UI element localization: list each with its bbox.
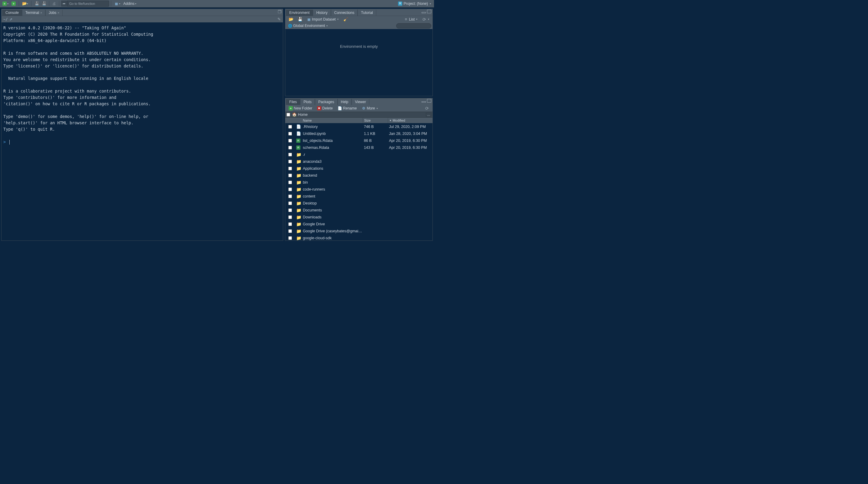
file-name[interactable]: list_objects.Rdata — [302, 139, 363, 143]
new-file-button[interactable]: +▾ — [1, 1, 10, 7]
env-scope-button[interactable]: 🌐Global Environment▾ — [286, 23, 329, 28]
file-name[interactable]: .r — [302, 152, 363, 157]
path-more-icon[interactable]: … — [426, 113, 431, 117]
home-icon[interactable]: 🏠 — [292, 113, 296, 117]
addins-button[interactable]: Addins▾ — [122, 1, 137, 7]
console-output[interactable]: R version 4.0.2 (2020-06-22) -- "Taking … — [1, 22, 283, 240]
save-all-button[interactable]: 💾 — [40, 1, 47, 7]
file-row[interactable]: 📁content — [285, 193, 433, 200]
close-icon[interactable]: × — [40, 11, 42, 15]
delete-button[interactable]: ✖Delete — [315, 106, 334, 111]
file-row[interactable]: 📁Google Drive — [285, 221, 433, 227]
file-list[interactable]: 📄.Rhistory746 BJul 29, 2020, 2:09 PM📄Unt… — [285, 123, 433, 240]
file-row[interactable]: Rschemas.Rdata143 BApr 20, 2019, 6:30 PM — [285, 144, 433, 151]
tab-console[interactable]: Console — [2, 10, 22, 16]
file-checkbox[interactable] — [288, 229, 292, 233]
open-file-button[interactable]: 📂▾ — [21, 1, 29, 7]
select-all-checkbox[interactable] — [286, 113, 290, 116]
tab-connections[interactable]: Connections — [331, 10, 358, 16]
file-row[interactable]: 📁anaconda3 — [285, 158, 433, 165]
file-row[interactable]: 📁bin — [285, 179, 433, 186]
popout-icon[interactable]: ❐ — [277, 10, 282, 14]
file-row[interactable]: 📄.Rhistory746 BJul 29, 2020, 2:09 PM — [285, 123, 433, 130]
file-checkbox[interactable] — [288, 132, 292, 136]
maximize-icon[interactable] — [427, 99, 431, 103]
file-row[interactable]: 📁Downloads — [285, 213, 433, 221]
list-view-button[interactable]: ≡List▾ — [402, 17, 419, 22]
tab-plots[interactable]: Plots — [300, 99, 315, 105]
file-name[interactable]: anaconda3 — [302, 160, 363, 164]
col-name[interactable]: Name — [302, 118, 363, 123]
tab-help[interactable]: Help — [338, 99, 352, 105]
project-menu[interactable]: R Project: (None) ▾ — [396, 1, 433, 6]
goto-arrow-icon[interactable]: ➦ — [61, 1, 67, 7]
file-checkbox[interactable] — [288, 188, 292, 191]
file-name[interactable]: Applications — [302, 166, 363, 171]
file-row[interactable]: 📁Desktop — [285, 200, 433, 207]
maximize-icon[interactable] — [427, 10, 431, 13]
file-name[interactable]: Desktop — [302, 201, 363, 205]
clear-env-button[interactable]: 🧹 — [342, 17, 349, 22]
file-checkbox[interactable] — [288, 139, 292, 142]
save-workspace-button[interactable]: 💾 — [296, 17, 304, 22]
tab-packages[interactable]: Packages — [315, 99, 338, 105]
file-row[interactable]: 📁backend — [285, 172, 433, 179]
tab-environment[interactable]: Environment — [286, 10, 313, 16]
minimize-icon[interactable] — [422, 101, 426, 103]
file-row[interactable]: 📁google-cloud-sdk — [285, 234, 433, 240]
file-name[interactable]: Downloads — [302, 215, 363, 219]
file-checkbox[interactable] — [288, 201, 292, 205]
file-checkbox[interactable] — [288, 174, 292, 177]
file-name[interactable]: .Rhistory — [302, 125, 363, 129]
rename-button[interactable]: 📄Rename — [336, 106, 358, 111]
env-search-input[interactable] — [396, 23, 431, 28]
more-button[interactable]: ⚙More▾ — [360, 106, 379, 111]
clear-console-icon[interactable]: ✎ — [277, 17, 281, 22]
print-button[interactable]: 🖨 — [51, 1, 57, 7]
file-checkbox[interactable] — [288, 167, 292, 170]
tab-tutorial[interactable]: Tutorial — [358, 10, 376, 16]
tab-terminal[interactable]: Terminal× — [22, 10, 45, 16]
file-name[interactable]: schemas.Rdata — [302, 145, 363, 150]
tab-files[interactable]: Files — [286, 99, 300, 105]
file-row[interactable]: 📁Documents — [285, 207, 433, 213]
file-name[interactable]: content — [302, 194, 363, 198]
new-folder-button[interactable]: +New Folder — [287, 106, 314, 111]
file-checkbox[interactable] — [288, 208, 292, 212]
panes-button[interactable]: ▦▾ — [113, 1, 122, 7]
file-name[interactable]: Untitled.ipynb — [302, 132, 363, 136]
new-project-button[interactable]: + — [10, 1, 17, 7]
file-checkbox[interactable] — [288, 236, 292, 240]
file-name[interactable]: bin — [302, 180, 363, 184]
file-checkbox[interactable] — [288, 195, 292, 198]
file-name[interactable]: Google Drive (caseybates@gmai… — [302, 229, 363, 233]
file-checkbox[interactable] — [288, 146, 292, 149]
file-checkbox[interactable] — [288, 153, 292, 156]
file-row[interactable]: 📁Applications — [285, 165, 433, 172]
file-checkbox[interactable] — [288, 222, 292, 226]
col-size[interactable]: Size — [363, 118, 388, 123]
file-checkbox[interactable] — [288, 216, 292, 219]
file-name[interactable]: Documents — [302, 208, 363, 212]
minimize-icon[interactable] — [422, 12, 426, 13]
file-checkbox[interactable] — [288, 180, 292, 184]
file-checkbox[interactable] — [288, 160, 292, 163]
file-checkbox[interactable] — [288, 125, 292, 129]
popout-small-icon[interactable]: ⇗ — [9, 17, 12, 22]
goto-file-input[interactable]: Go to file/function — [67, 1, 109, 7]
file-name[interactable]: code-runners — [302, 187, 363, 192]
file-row[interactable]: 📄Untitled.ipynb1.1 KBJan 28, 2020, 3:04 … — [285, 130, 433, 137]
tab-viewer[interactable]: Viewer — [351, 99, 369, 105]
file-row[interactable]: 📁code-runners — [285, 186, 433, 193]
tab-jobs[interactable]: Jobs× — [45, 10, 63, 16]
file-name[interactable]: google-cloud-sdk — [302, 236, 363, 240]
close-icon[interactable]: × — [58, 11, 60, 15]
refresh-env-button[interactable]: ⟳▾ — [421, 17, 431, 22]
col-modified[interactable]: ▼Modified — [388, 118, 433, 123]
import-dataset-button[interactable]: ▦Import Dataset▾ — [305, 17, 340, 22]
refresh-files-button[interactable]: ⟳ — [424, 106, 431, 111]
save-button[interactable]: 💾 — [33, 1, 40, 7]
file-name[interactable]: backend — [302, 173, 363, 177]
open-workspace-button[interactable]: 📂 — [287, 17, 294, 22]
tab-history[interactable]: History — [313, 10, 331, 16]
